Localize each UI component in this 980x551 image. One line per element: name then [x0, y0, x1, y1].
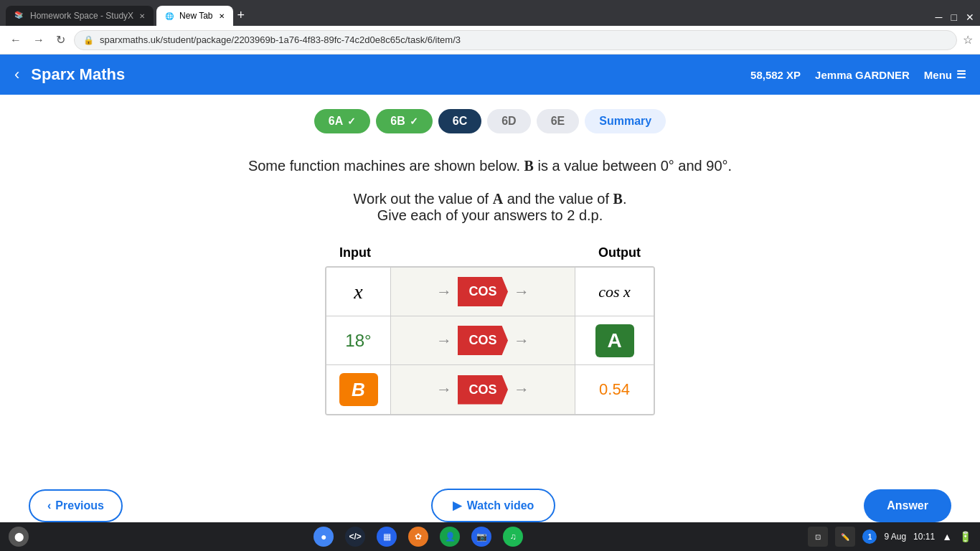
address-bar[interactable]: 🔒 sparxmaths.uk/student/package/2203969b…	[74, 30, 957, 50]
app-back-button[interactable]: ‹	[14, 65, 19, 84]
watch-video-label: Watch video	[467, 499, 534, 512]
row2-output-value: A	[607, 329, 621, 352]
pen-icon[interactable]: ✏️	[835, 527, 855, 547]
taskbar: ⬤ ● </> ▦ ✿ 👤 📷 ♫ ⊡ ✏️ 1 9 Aug 10:11 ▲ 🔋	[0, 522, 980, 551]
tab-6e-label: 6E	[551, 115, 565, 128]
question-line2: Work out the value of A and the value of…	[29, 191, 951, 224]
answer-label: Answer	[887, 499, 928, 512]
wifi-icon: ▲	[942, 531, 952, 542]
tab-close-icon[interactable]: ✕	[139, 12, 145, 20]
menu-button[interactable]: Menu ☰	[924, 68, 966, 81]
spotify-icon[interactable]: ♫	[503, 527, 523, 547]
row2-input-value: 18°	[345, 331, 371, 351]
notification-icon[interactable]: 1	[862, 529, 877, 544]
minimize-button[interactable]: ─	[936, 11, 943, 23]
tab-6d-label: 6D	[501, 115, 516, 128]
forward-nav-button[interactable]: →	[30, 31, 47, 50]
tab-6a-label: 6A	[329, 115, 343, 128]
restore-button[interactable]: □	[951, 11, 957, 23]
main-content: 6A ✓ 6B ✓ 6C 6D 6E Summary Some function…	[0, 95, 980, 430]
back-nav-button[interactable]: ←	[7, 31, 24, 50]
row1-right-arrow-icon: →	[514, 283, 529, 301]
close-button[interactable]: ✕	[966, 11, 974, 23]
battery-icon: 🔋	[959, 531, 971, 542]
tab-6e[interactable]: 6E	[537, 109, 580, 133]
tab-newtab-close-icon[interactable]: ✕	[219, 12, 225, 20]
previous-label: Previous	[55, 499, 104, 512]
classroom-icon[interactable]: 👤	[440, 527, 460, 547]
video-icon: ▶	[453, 499, 461, 512]
row3-output: 0.54	[575, 365, 654, 414]
output-label: Output	[598, 245, 641, 260]
row2-cos-label: COS	[468, 333, 496, 348]
user-label: Jemma GARDNER	[815, 69, 910, 81]
function-table: x → COS → cos x 18° →	[325, 266, 655, 415]
camera-icon[interactable]: 📷	[471, 527, 491, 547]
screenshot-icon[interactable]: ⊡	[808, 527, 828, 547]
row1-cos-box: COS	[458, 277, 508, 306]
row3-input-value: B	[352, 379, 365, 401]
row3-output-value: 0.54	[599, 380, 630, 399]
tab-6c-label: 6C	[453, 115, 467, 128]
new-tab-button[interactable]: +	[237, 8, 245, 23]
row2-left-arrow-icon: →	[436, 331, 452, 350]
tab-homework[interactable]: 📚 Homework Space - StudyX ✕	[6, 6, 154, 26]
table-row: B → COS → 0.54	[326, 365, 654, 414]
coder-icon[interactable]: </>	[345, 527, 365, 547]
previous-icon: ‹	[47, 499, 51, 512]
row2-right-arrow-icon: →	[514, 331, 529, 350]
row3-input: B	[326, 365, 391, 414]
tab-homework-label: Homework Space - StudyX	[30, 11, 133, 21]
row2-middle: → COS →	[391, 326, 575, 355]
input-label: Input	[339, 245, 371, 260]
app-title: Sparx Maths	[31, 65, 125, 84]
bookmark-icon[interactable]: ☆	[963, 33, 973, 47]
previous-button[interactable]: ‹ Previous	[29, 489, 123, 522]
row3-input-b-box: B	[339, 373, 378, 406]
meet-icon[interactable]: ▦	[377, 527, 397, 547]
tab-6d[interactable]: 6D	[487, 109, 530, 133]
row2-output-a-box: A	[595, 324, 634, 357]
system-menu-icon[interactable]: ⬤	[9, 527, 29, 547]
tab-6b-check-icon: ✓	[410, 116, 418, 127]
tab-summary-label: Summary	[599, 115, 651, 128]
menu-icon: ☰	[956, 68, 966, 81]
tab-summary[interactable]: Summary	[585, 109, 666, 133]
taskbar-time: 10:11	[913, 532, 935, 542]
reload-button[interactable]: ↻	[53, 30, 68, 50]
row2-output: A	[575, 316, 654, 364]
tab-6c[interactable]: 6C	[438, 109, 481, 133]
row1-output: cos x	[575, 268, 654, 316]
row1-left-arrow-icon: →	[436, 283, 452, 301]
art-icon[interactable]: ✿	[408, 527, 428, 547]
bottom-bar: ‹ Previous ▶ Watch video Answer	[0, 489, 980, 522]
tab-6b[interactable]: 6B ✓	[376, 109, 432, 133]
row2-input: 18°	[326, 316, 391, 364]
tab-6a[interactable]: 6A ✓	[314, 109, 370, 133]
tab-newtab[interactable]: 🌐 New Tab ✕	[156, 6, 232, 26]
question-line1: Some function machines are shown below. …	[29, 155, 951, 176]
function-diagram: Input Output x → COS → cos x	[29, 245, 951, 415]
row1-cos-label: COS	[468, 284, 496, 299]
row1-output-value: cos x	[598, 283, 631, 301]
tab-6b-label: 6B	[390, 115, 405, 128]
row3-middle: → COS →	[391, 375, 575, 405]
row3-left-arrow-icon: →	[436, 380, 452, 399]
row3-right-arrow-icon: →	[514, 380, 529, 399]
xp-label: 58,582 XP	[750, 69, 801, 81]
table-row: x → COS → cos x	[326, 268, 654, 316]
watch-video-button[interactable]: ▶ Watch video	[431, 489, 556, 522]
tab-newtab-label: New Tab	[179, 11, 212, 21]
taskbar-date: 9 Aug	[884, 532, 906, 542]
task-tabs: 6A ✓ 6B ✓ 6C 6D 6E Summary	[29, 109, 951, 133]
row1-input-value: x	[354, 281, 362, 303]
row3-cos-label: COS	[468, 382, 496, 397]
tab-6a-check-icon: ✓	[347, 116, 356, 127]
table-row: 18° → COS → A	[326, 316, 654, 365]
chrome-icon[interactable]: ●	[314, 527, 334, 547]
answer-button[interactable]: Answer	[864, 489, 951, 522]
row2-cos-box: COS	[458, 326, 508, 355]
row1-middle: → COS →	[391, 277, 575, 306]
row1-input: x	[326, 268, 391, 316]
menu-label: Menu	[924, 69, 952, 81]
